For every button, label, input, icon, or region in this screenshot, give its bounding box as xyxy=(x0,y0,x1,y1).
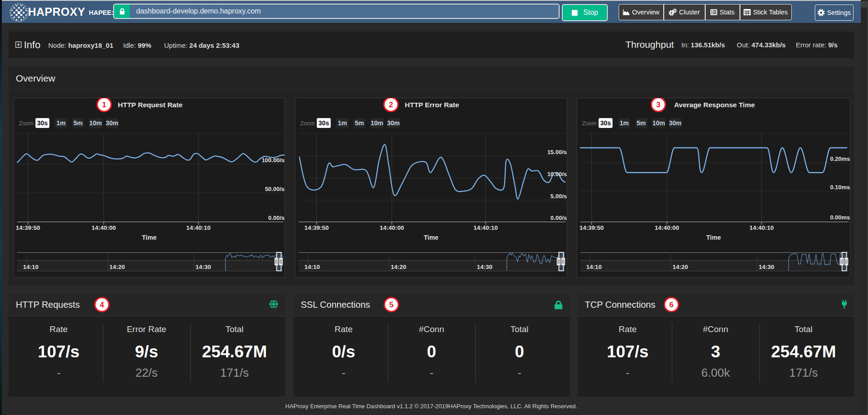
svg-text:1m: 1m xyxy=(620,119,629,127)
svg-text:30s: 30s xyxy=(318,119,329,127)
svg-text:14:10: 14:10 xyxy=(304,264,320,270)
svg-text:30s: 30s xyxy=(37,119,48,127)
svg-text:14:10: 14:10 xyxy=(586,264,602,270)
svg-text:50.00/s: 50.00/s xyxy=(265,186,285,192)
svg-text:10m: 10m xyxy=(371,119,383,127)
svg-text:Average Response Time: Average Response Time xyxy=(674,101,755,109)
svg-text:3: 3 xyxy=(656,100,660,109)
svg-text:14:39:50: 14:39:50 xyxy=(16,224,40,231)
svg-text:5: 5 xyxy=(389,301,393,309)
svg-text:30s: 30s xyxy=(600,119,611,127)
svg-text:0.00ms: 0.00ms xyxy=(830,214,850,221)
svg-text:HTTP Request Rate: HTTP Request Rate xyxy=(118,101,183,109)
svg-text:14:30: 14:30 xyxy=(759,264,775,270)
svg-text:1m: 1m xyxy=(338,119,347,127)
svg-text:14:40:10: 14:40:10 xyxy=(473,224,498,231)
svg-text:5m: 5m xyxy=(355,119,364,127)
svg-text:30m: 30m xyxy=(387,119,400,127)
svg-text:5.00/s: 5.00/s xyxy=(551,193,567,200)
svg-text:1: 1 xyxy=(102,100,106,109)
svg-text:5m: 5m xyxy=(73,119,83,127)
svg-text:Time: Time xyxy=(142,234,157,241)
svg-text:14:40:00: 14:40:00 xyxy=(655,224,679,231)
svg-text:14:39:50: 14:39:50 xyxy=(579,224,604,231)
svg-text:Zoom: Zoom xyxy=(582,120,597,127)
svg-text:14:40:00: 14:40:00 xyxy=(380,224,404,231)
svg-text:2: 2 xyxy=(389,100,393,109)
svg-text:30m: 30m xyxy=(106,119,119,127)
svg-text:14:20: 14:20 xyxy=(110,264,125,270)
svg-text:Zoom: Zoom xyxy=(19,120,33,127)
svg-text:14:30: 14:30 xyxy=(196,264,211,270)
svg-text:6: 6 xyxy=(669,301,673,309)
svg-text:30m: 30m xyxy=(669,119,682,127)
svg-text:14:40:00: 14:40:00 xyxy=(92,224,116,231)
svg-text:15.00/s: 15.00/s xyxy=(547,149,567,155)
svg-text:10.00/s: 10.00/s xyxy=(547,171,567,178)
svg-text:14:39:50: 14:39:50 xyxy=(304,224,329,231)
svg-text:14:20: 14:20 xyxy=(673,264,689,270)
svg-text:0.00/s: 0.00/s xyxy=(268,214,285,221)
svg-text:14:10: 14:10 xyxy=(23,264,39,270)
svg-text:5m: 5m xyxy=(637,119,646,127)
svg-text:10m: 10m xyxy=(652,119,665,127)
svg-text:Zoom: Zoom xyxy=(300,120,315,127)
svg-text:Time: Time xyxy=(706,234,721,241)
svg-text:4: 4 xyxy=(100,301,104,309)
svg-text:0.20ms: 0.20ms xyxy=(830,155,850,162)
svg-text:100.00/s: 100.00/s xyxy=(262,157,285,164)
svg-text:14:40:10: 14:40:10 xyxy=(749,224,774,231)
svg-text:10m: 10m xyxy=(89,119,102,127)
svg-text:1m: 1m xyxy=(56,119,65,127)
svg-text:0.00/s: 0.00/s xyxy=(551,214,567,221)
svg-text:14:40:10: 14:40:10 xyxy=(186,224,211,231)
svg-text:Time: Time xyxy=(424,234,439,241)
svg-text:14:20: 14:20 xyxy=(391,264,407,270)
svg-text:HTTP Error Rate: HTTP Error Rate xyxy=(405,101,459,109)
svg-text:0.10ms: 0.10ms xyxy=(830,184,850,191)
svg-text:14:30: 14:30 xyxy=(477,264,493,270)
